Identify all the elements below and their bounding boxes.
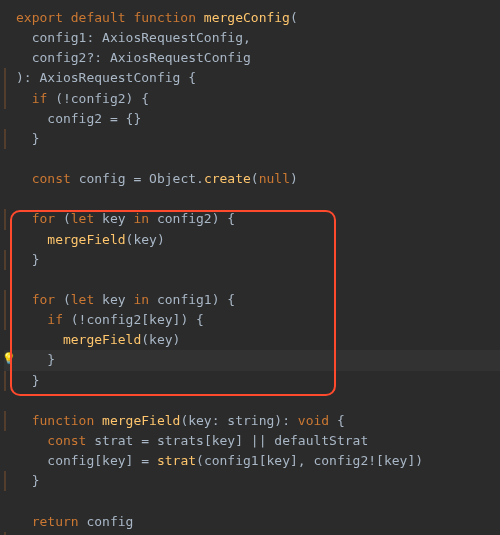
- code-line: }: [4, 532, 500, 535]
- code-line: }: [4, 129, 500, 149]
- code-line: return config: [4, 512, 500, 532]
- code-line: const config = Object.create(null): [4, 169, 500, 189]
- code-line: ): AxiosRequestConfig {: [4, 68, 500, 88]
- code-line: [4, 491, 500, 511]
- code-line: }: [4, 471, 500, 491]
- code-line: config2?: AxiosRequestConfig: [4, 48, 500, 68]
- code-line: [4, 270, 500, 290]
- code-line: config[key] = strat(config1[key], config…: [4, 451, 500, 471]
- code-line: }: [4, 371, 500, 391]
- code-line: for (let key in config1) {: [4, 290, 500, 310]
- code-line: config1: AxiosRequestConfig,: [4, 28, 500, 48]
- code-line: config2 = {}: [4, 109, 500, 129]
- code-line: mergeField(key): [4, 330, 500, 350]
- code-line: if (!config2) {: [4, 89, 500, 109]
- code-line: }: [4, 250, 500, 270]
- code-line: [4, 189, 500, 209]
- code-line: function mergeField(key: string): void {: [4, 411, 500, 431]
- code-editor: export default function mergeConfig( con…: [4, 8, 500, 535]
- code-line: export default function mergeConfig(: [4, 8, 500, 28]
- code-line: mergeField(key): [4, 230, 500, 250]
- code-line: if (!config2[key]) {: [4, 310, 500, 330]
- code-line: const strat = strats[key] || defaultStra…: [4, 431, 500, 451]
- code-line: [4, 149, 500, 169]
- lightbulb-icon[interactable]: 💡: [2, 350, 14, 362]
- code-line: 💡 }: [4, 350, 500, 370]
- code-line: [4, 391, 500, 411]
- code-line: for (let key in config2) {: [4, 209, 500, 229]
